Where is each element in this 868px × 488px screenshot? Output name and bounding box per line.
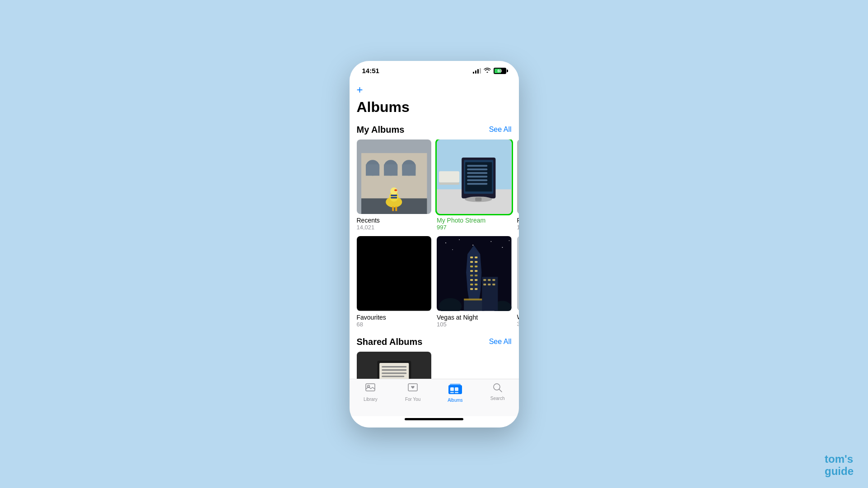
album-recents-count: 14,021 (357, 224, 432, 231)
album-photo-stream-thumb (437, 139, 512, 214)
album-favourites[interactable]: Favourites 68 (357, 236, 432, 328)
svg-rect-62 (482, 277, 498, 311)
svg-rect-47 (475, 265, 477, 267)
svg-rect-31 (439, 182, 459, 185)
album-vegas[interactable]: Vegas at Night 105 (437, 236, 512, 328)
svg-point-38 (490, 241, 491, 242)
svg-rect-7 (402, 164, 415, 176)
svg-point-39 (502, 247, 503, 248)
albums-header: + Albums (350, 81, 519, 121)
svg-rect-57 (475, 288, 477, 290)
shared-albums-see-all[interactable]: See All (489, 338, 512, 346)
svg-rect-26 (467, 179, 487, 181)
nav-for-you-label: For You (405, 397, 420, 402)
svg-point-96 (494, 384, 500, 390)
album-photo-stream-name: My Photo Stream (437, 217, 512, 224)
my-albums-see-all[interactable]: See All (489, 125, 512, 134)
status-icons: 60 (473, 67, 506, 74)
svg-rect-55 (475, 284, 477, 285)
album-photo-stream[interactable]: My Photo Stream 997 (437, 139, 512, 231)
svg-line-97 (499, 389, 502, 392)
album-vegas-thumb (437, 236, 512, 311)
home-indicator-container (350, 416, 519, 428)
svg-rect-67 (488, 284, 490, 285)
svg-rect-32 (517, 139, 519, 214)
svg-rect-25 (467, 176, 487, 177)
svg-point-12 (394, 189, 397, 191)
album-favourites-thumb (357, 236, 432, 311)
battery-icon: 60 (494, 68, 506, 74)
svg-rect-48 (470, 270, 473, 272)
page-title: Albums (357, 97, 512, 119)
album-photo-stream-count: 997 (437, 224, 512, 231)
svg-rect-95 (455, 392, 458, 393)
shared-albums-section: Shared Albums See All (350, 333, 519, 379)
nav-library[interactable]: Library (350, 383, 392, 402)
svg-rect-80 (382, 376, 404, 377)
svg-rect-56 (470, 288, 473, 290)
album-partial-right-2: W 3, (517, 236, 519, 328)
svg-rect-16 (395, 206, 397, 211)
svg-rect-78 (382, 369, 406, 371)
my-albums-title: My Albums (357, 125, 405, 135)
svg-rect-42 (470, 256, 473, 258)
svg-rect-68 (492, 284, 495, 285)
album-recents-name: Recents (357, 217, 432, 224)
album-vegas-count: 105 (437, 321, 512, 328)
nav-library-label: Library (364, 397, 378, 402)
svg-rect-58 (464, 299, 484, 311)
svg-point-35 (445, 242, 446, 243)
svg-rect-52 (470, 279, 473, 281)
bottom-nav: Library For You (350, 379, 519, 416)
svg-rect-77 (382, 366, 406, 367)
svg-rect-91 (450, 384, 461, 386)
svg-rect-15 (392, 206, 394, 211)
svg-rect-14 (391, 197, 397, 198)
svg-rect-23 (467, 168, 487, 170)
home-indicator (405, 418, 463, 420)
svg-rect-93 (455, 387, 458, 391)
shared-albums-grid (350, 352, 519, 379)
my-albums-section: My Albums See All (350, 121, 519, 328)
nav-albums[interactable]: Albums (434, 383, 476, 403)
svg-rect-51 (475, 274, 477, 276)
shared-album-item[interactable] (357, 352, 432, 379)
toms-guide-watermark: tom's guide (825, 453, 854, 477)
main-content: + Albums My Albums See All (350, 81, 519, 379)
album-recents[interactable]: Recents 14,021 (357, 139, 432, 231)
svg-rect-45 (475, 261, 477, 263)
svg-rect-54 (470, 284, 473, 285)
svg-point-37 (472, 245, 473, 246)
status-time: 14:51 (362, 67, 379, 74)
svg-rect-92 (450, 387, 454, 391)
nav-search[interactable]: Search (476, 383, 519, 401)
svg-rect-65 (492, 279, 495, 281)
album-favourites-name: Favourites (357, 314, 432, 321)
svg-rect-59 (464, 298, 484, 300)
status-bar: 14:51 60 (350, 61, 519, 81)
svg-rect-22 (467, 165, 487, 167)
svg-rect-50 (470, 274, 473, 276)
svg-rect-87 (366, 384, 375, 391)
svg-point-11 (390, 187, 397, 195)
nav-for-you[interactable]: For You (392, 383, 434, 402)
svg-rect-27 (467, 183, 487, 185)
svg-rect-13 (391, 195, 397, 196)
svg-rect-30 (439, 171, 459, 182)
nav-search-label: Search (490, 396, 505, 401)
svg-rect-46 (470, 265, 473, 267)
svg-rect-44 (470, 261, 473, 263)
my-albums-header: My Albums See All (350, 121, 519, 139)
svg-rect-33 (357, 236, 432, 311)
svg-point-40 (452, 249, 453, 250)
for-you-icon (407, 383, 418, 395)
album-favourites-count: 68 (357, 321, 432, 328)
add-button[interactable]: + (357, 84, 363, 95)
svg-rect-24 (467, 172, 487, 174)
svg-rect-79 (382, 372, 406, 374)
svg-rect-53 (475, 279, 477, 281)
album-recents-thumb (357, 139, 432, 214)
svg-rect-64 (488, 279, 490, 281)
shared-albums-title: Shared Albums (357, 337, 423, 347)
svg-rect-69 (517, 236, 519, 311)
